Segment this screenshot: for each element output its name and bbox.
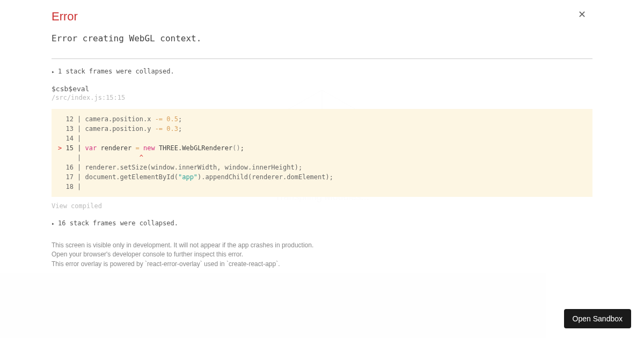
code-line: 16 | renderer.setSize(window.innerWidth,…: [52, 163, 592, 172]
error-message: Error creating WebGL context.: [52, 33, 592, 43]
code-line: 12 | camera.position.x -= 0.5;: [52, 114, 592, 124]
footer-line: Open your browser's developer console to…: [52, 250, 592, 259]
code-line: 18 |: [52, 182, 592, 192]
error-overlay: ✕ Error Error creating WebGL context. 1 …: [0, 0, 644, 338]
collapsed-frames-bottom[interactable]: 16 stack frames were collapsed.: [52, 219, 592, 227]
view-compiled-link[interactable]: View compiled: [52, 202, 592, 210]
frame-function-name: $csb$eval: [52, 85, 592, 93]
error-title: Error: [52, 10, 592, 24]
code-line: 13 | camera.position.y -= 0.3;: [52, 124, 592, 134]
divider: [52, 58, 592, 59]
code-line-caret: | ^: [52, 153, 592, 163]
footer-line: This error overlay is powered by `react-…: [52, 260, 592, 269]
frame-location: /src/index.js:15:15: [52, 94, 592, 101]
code-line: 17 | document.getElementById("app").appe…: [52, 172, 592, 182]
footer-line: This screen is visible only in developme…: [52, 241, 592, 250]
collapsed-frames-top[interactable]: 1 stack frames were collapsed.: [52, 68, 592, 75]
code-block: 12 | camera.position.x -= 0.5; 13 | came…: [52, 109, 592, 197]
code-line-error: > 15 | var renderer = new THREE.WebGLRen…: [52, 143, 592, 153]
code-line: 14 |: [52, 134, 592, 143]
open-sandbox-button[interactable]: Open Sandbox: [564, 309, 631, 328]
close-icon[interactable]: ✕: [578, 10, 586, 19]
footer-text: This screen is visible only in developme…: [52, 241, 592, 269]
